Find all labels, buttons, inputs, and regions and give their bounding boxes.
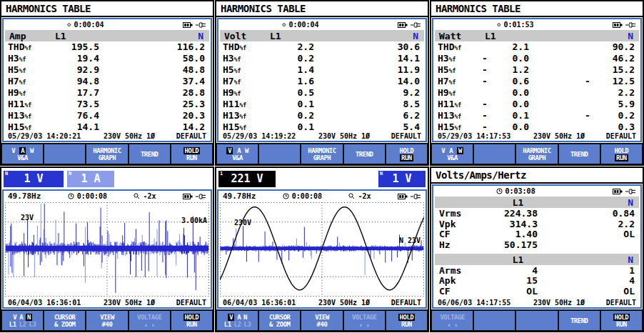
softkey-van[interactable]: VANL1L2L3 <box>217 311 258 330</box>
table-row: H5%f-1.215.2 <box>433 65 640 76</box>
screenshot-grid: HARMONICS TABLE ◇ 0:00:04 Amp L1 N THD%f… <box>0 0 644 332</box>
channel-badge-neutral-voltage[interactable]: N1 V <box>378 171 426 187</box>
neutral-scale-label: N 23V <box>399 237 421 244</box>
elapsed-time: 0:03:08 <box>505 187 535 195</box>
elapsed-time: 0:01:53 <box>504 21 534 29</box>
softkey-empty[interactable] <box>474 144 515 164</box>
power-plug-icon <box>196 194 206 199</box>
softkey-view[interactable]: VIEW#40 <box>301 311 342 330</box>
softkey-trend[interactable]: TREND <box>559 311 600 330</box>
power-plug-icon <box>196 22 206 28</box>
softkey-voltage[interactable]: VOLTAGE▴ ▴ <box>344 311 385 330</box>
quantity-label: Amp <box>9 31 55 41</box>
zoom-level: -2x <box>143 192 156 200</box>
softkey-empty[interactable] <box>259 144 300 164</box>
softkey-bar: VAWV&A HARMONICGRAPH TREND HOLDRUN <box>1 143 213 164</box>
battery-icon <box>183 194 193 199</box>
quantity-label: Volt <box>224 31 270 41</box>
elapsed-time: 0:00:08 <box>292 192 322 200</box>
softkey-hold-run[interactable]: HOLDRUN <box>171 311 212 330</box>
phase-label: L1 <box>270 31 376 41</box>
status-bar: 05/29/03 14:19:22 230V 50Hz 1Ø DEFAULT <box>218 131 426 141</box>
softkey-hold-run[interactable]: HOLDRUN <box>601 311 642 330</box>
hourglass-icon: ◇ <box>67 21 71 28</box>
softkey-bar: VAWV&A HARMONICGRAPH TREND HOLDRUN <box>431 143 643 164</box>
table-row: H13%f-0.1-0.2 <box>433 111 640 122</box>
softkey-bar: VANL1L2L3 CURSOR& ZOOM VIEW#40 VOLTAGE▴ … <box>216 309 428 331</box>
table-row: H9%f0.02.2 <box>433 88 640 99</box>
softkey-view[interactable]: VIEW#40 <box>86 311 127 330</box>
frequency-readout: 49.78Hz <box>223 192 256 201</box>
softkey-empty[interactable] <box>44 144 85 164</box>
battery-icon <box>183 22 193 28</box>
softkey-voltage[interactable]: VOLTAGE▴ ▴ <box>129 311 170 330</box>
setup-name: DEFAULT <box>590 299 636 307</box>
softkey-empty[interactable] <box>474 311 515 330</box>
table-row: THD%f195.5116.2 <box>4 42 211 54</box>
status-bar: 05/29/03 14:17:53 230V 50Hz 1Ø DEFAULT <box>433 131 640 141</box>
phase-label: L1 <box>485 31 590 41</box>
line-config: 230V 50Hz 1Ø <box>313 299 376 307</box>
frequency-readout: 49.78Hz <box>8 192 41 201</box>
phase-label: L1 <box>55 31 161 41</box>
softkey-vaw[interactable]: VAWV&A <box>217 144 258 164</box>
softkey-hold-run[interactable]: HOLDRUN <box>386 311 427 330</box>
magnifier-icon <box>348 193 355 199</box>
table-row: Arms41 <box>433 266 640 276</box>
neutral-label: N <box>590 31 633 41</box>
softkey-hold-run[interactable]: HOLDRUN <box>601 144 642 164</box>
softkey-hold-run[interactable]: HOLDRUN <box>171 144 212 164</box>
softkey-vaw[interactable]: VAWV&A <box>432 144 473 164</box>
info-row: ◇ 0:00:04 <box>4 19 211 30</box>
elapsed-time: 0:00:04 <box>289 21 319 29</box>
elapsed-time: 0:00:08 <box>77 192 107 200</box>
zoom-level: -2x <box>358 192 371 200</box>
table-header: Watt L1 N <box>435 30 639 41</box>
elapsed-time: 0:00:04 <box>74 21 104 29</box>
line-config: 230V 50Hz 1Ø <box>528 299 590 307</box>
channel-badge-l1-voltage[interactable]: 1221 V <box>218 171 276 187</box>
battery-icon <box>398 22 408 28</box>
channel-badge-voltage[interactable]: N1 V <box>4 171 64 187</box>
power-plug-icon <box>411 194 421 199</box>
current-scale-label: 3.00kA <box>181 217 207 224</box>
status-bar: 06/06/03 14:17:55 230V 50Hz 1Ø DEFAULT <box>433 297 640 307</box>
info-row: 49.78Hz 0:00:08 -2x <box>4 191 211 202</box>
softkey-hold-run[interactable]: HOLDRUN <box>386 144 427 164</box>
softkey-trend[interactable]: TREND <box>129 144 170 164</box>
softkey-van[interactable]: VANL1L2L3 <box>2 311 43 330</box>
setup-name: DEFAULT <box>161 132 206 140</box>
softkey-bar: VANL1L2L3 CURSOR& ZOOM VIEW#40 VOLTAGE▴ … <box>1 309 213 331</box>
setup-name: DEFAULT <box>590 132 636 140</box>
voltage-rows: Vrms224.380.84 Vpk314.32.2 CF1.40OL Hz50… <box>433 208 640 251</box>
table-row: H11%f-0.05.9 <box>433 99 640 111</box>
harmonics-rows: THD%f2.230.6 H3%f0.214.1 H5%f1.411.9 H7%… <box>218 41 426 131</box>
table-row: H9%f17.728.8 <box>4 88 211 99</box>
harmonics-rows: THD%f195.5116.2 H3%f19.458.0 H5%f92.948.… <box>4 41 211 131</box>
softkey-vaw[interactable]: VAWV&A <box>2 144 43 164</box>
status-bar: 06/04/03 16:36:01 230V 50Hz 1Ø DEFAULT <box>4 297 211 307</box>
table-row: H7%f94.837.4 <box>4 76 211 88</box>
table-header: L1N <box>435 197 639 208</box>
panel-volts-amps-hertz: Volts/Amps/Hertz 0:03:08 L1N Vrms224.380… <box>430 166 644 332</box>
softkey-cursor-zoom[interactable]: CURSOR& ZOOM <box>259 311 300 330</box>
softkey-cursor-zoom[interactable]: CURSOR& ZOOM <box>44 311 85 330</box>
table-row: H3%f0.214.1 <box>218 54 426 65</box>
screen-area: 49.78Hz 0:00:08 -2x 23V 3.00kA 06/04/03 … <box>2 189 212 309</box>
softkey-empty[interactable] <box>516 311 557 330</box>
softkey-trend[interactable]: TREND <box>559 144 600 164</box>
datetime: 06/06/03 14:17:55 <box>438 299 528 307</box>
softkey-harmonic-graph[interactable]: HARMONICGRAPH <box>301 144 342 164</box>
softkey-trend[interactable]: TREND <box>344 144 385 164</box>
softkey-harmonic-graph[interactable]: HARMONICGRAPH <box>516 144 557 164</box>
status-bar: 05/29/03 14:20:21 230V 50Hz 1Ø DEFAULT <box>4 131 211 141</box>
page-title: Volts/Amps/Hertz <box>431 168 643 184</box>
table-row: THD%f2.230.6 <box>218 42 426 54</box>
softkey-voltage[interactable]: VOLTAGE▴ ▴ <box>432 311 473 330</box>
softkey-harmonic-graph[interactable]: HARMONICGRAPH <box>86 144 127 164</box>
table-row: CFOLOL <box>433 287 640 297</box>
quantity-label: Watt <box>439 31 485 41</box>
page-title: HARMONICS TABLE <box>216 1 428 17</box>
channel-badge-current[interactable]: N1 A <box>67 171 114 187</box>
datetime: 05/29/03 14:20:21 <box>8 132 98 140</box>
